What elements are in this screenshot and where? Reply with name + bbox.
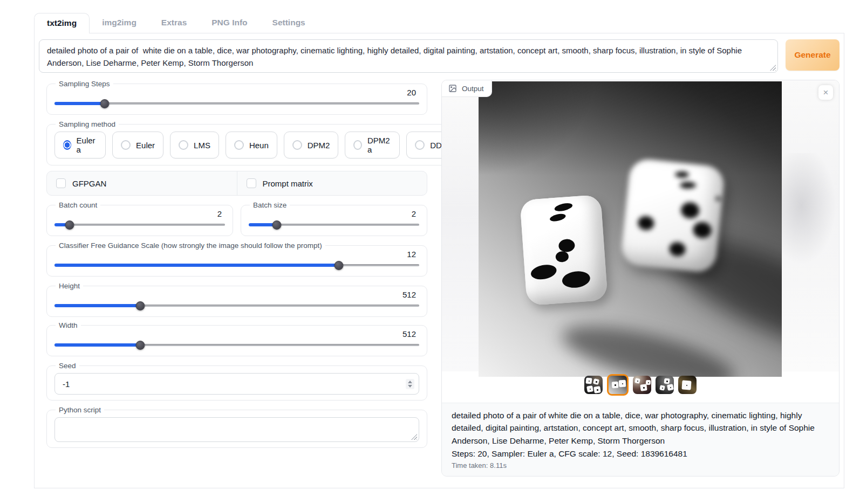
prompt-input[interactable]: detailed photo of a pair of white die on…: [39, 40, 777, 70]
radio-option-label: DPM2 a: [367, 136, 391, 154]
python-script-input[interactable]: [54, 417, 419, 442]
radio-option-label: Heun: [249, 141, 269, 150]
settings-column: Sampling Steps 20 Sampling method Euler …: [46, 80, 427, 477]
gfpgan-checkbox[interactable]: [56, 178, 66, 188]
height-slider[interactable]: [54, 300, 419, 311]
tab-extras[interactable]: Extras: [149, 13, 199, 33]
sampling-steps-label: Sampling Steps: [56, 80, 113, 88]
sampling-steps-group: Sampling Steps 20: [46, 80, 427, 115]
height-value: 512: [54, 290, 419, 299]
prompt-matrix-label: Prompt matrix: [263, 179, 313, 188]
gallery-thumbnail-5[interactable]: [678, 376, 697, 394]
radio-selected-icon[interactable]: [63, 140, 71, 150]
radio-unselected-icon[interactable]: [121, 140, 131, 150]
caption-params-text: Steps: 20, Sampler: Euler a, CFG scale: …: [452, 447, 829, 460]
gallery-thumbnail-4[interactable]: [656, 376, 674, 394]
gfpgan-label: GFPGAN: [72, 179, 106, 188]
radio-option-heun[interactable]: Heun: [226, 132, 277, 158]
radio-unselected-icon[interactable]: [292, 140, 302, 150]
radio-unselected-icon[interactable]: [234, 140, 244, 150]
tab-img2img[interactable]: img2img: [90, 13, 149, 33]
tab-png-info[interactable]: PNG Info: [199, 13, 260, 33]
image-icon: [448, 84, 457, 93]
txt2img-panel: detailed photo of a pair of white die on…: [34, 33, 844, 488]
slider-handle[interactable]: [135, 301, 145, 310]
batch-count-label: Batch count: [56, 201, 100, 209]
cfg-scale-slider[interactable]: [54, 260, 419, 271]
gallery-thumbnail-3[interactable]: [633, 376, 651, 394]
blurred-die: [620, 157, 726, 273]
stepper-down-icon[interactable]: [408, 385, 412, 388]
radio-unselected-icon[interactable]: [179, 140, 188, 150]
slider-track: [54, 224, 225, 226]
close-icon[interactable]: ×: [818, 85, 833, 100]
width-label: Width: [56, 321, 81, 329]
width-group: Width 512: [46, 321, 427, 356]
seed-input-wrap: -1: [54, 373, 419, 395]
radio-option-dpm2[interactable]: DPM2: [284, 132, 339, 158]
radio-option-label: DPM2: [308, 141, 330, 150]
batch-count-slider[interactable]: [54, 219, 225, 230]
radio-option-label: Euler: [136, 141, 155, 150]
gallery-thumbnail-2-selected[interactable]: [607, 374, 629, 396]
options-group: GFPGAN Prompt matrix: [46, 171, 427, 196]
slider-fill: [54, 102, 105, 105]
focused-die: [520, 195, 608, 306]
seed-group: Seed -1: [46, 362, 427, 401]
slider-handle[interactable]: [100, 99, 109, 108]
seed-stepper[interactable]: [406, 379, 414, 389]
slider-fill: [54, 343, 140, 347]
radio-option-euler[interactable]: Euler: [112, 132, 163, 158]
radio-option-label: LMS: [194, 141, 210, 150]
gallery-thumbnail-1[interactable]: [584, 376, 603, 394]
display-right-margin: [781, 80, 839, 371]
radio-unselected-icon[interactable]: [353, 140, 361, 150]
batch-count-group: Batch count 2: [46, 201, 233, 236]
cfg-scale-value: 12: [54, 250, 419, 259]
batch-count-value: 2: [54, 209, 225, 218]
output-image-display: Output ×: [442, 80, 839, 371]
caption-time-taken: Time taken: 8.11s: [452, 461, 829, 470]
output-caption: detailed photo of a pair of white die on…: [442, 403, 839, 476]
radio-option-lms[interactable]: LMS: [170, 132, 219, 158]
batch-size-group: Batch size 2: [241, 201, 427, 236]
output-header-label: Output: [462, 85, 484, 93]
radio-option-label: Euler a: [77, 136, 97, 154]
radio-unselected-icon[interactable]: [415, 140, 425, 150]
slider-handle[interactable]: [335, 261, 344, 270]
sampling-steps-slider[interactable]: [54, 98, 419, 109]
radio-option-euler-a[interactable]: Euler a: [54, 132, 106, 158]
prompt-matrix-checkbox[interactable]: [247, 178, 256, 188]
slider-handle[interactable]: [65, 220, 74, 230]
radio-option-dpm2-a[interactable]: DPM2 a: [345, 132, 400, 158]
stepper-up-icon[interactable]: [408, 381, 412, 383]
batch-size-slider[interactable]: [249, 219, 419, 230]
prompt-matrix-option[interactable]: Prompt matrix: [237, 171, 427, 195]
tab-txt2img[interactable]: txt2img: [34, 13, 90, 33]
slider-fill: [54, 264, 339, 267]
output-column: Output × detailed photo of a pair of whi…: [441, 80, 839, 477]
height-group: Height 512: [46, 282, 427, 317]
tab-bar: txt2img img2img Extras PNG Info Settings: [34, 13, 318, 33]
slider-track: [54, 102, 419, 105]
tab-settings[interactable]: Settings: [260, 13, 318, 33]
cfg-scale-group: Classifier Free Guidance Scale (how stro…: [46, 241, 427, 277]
width-value: 512: [54, 329, 419, 339]
cfg-scale-label: Classifier Free Guidance Scale (how stro…: [56, 241, 325, 250]
gfpgan-option[interactable]: GFPGAN: [47, 171, 237, 195]
prompt-box: detailed photo of a pair of white die on…: [39, 39, 778, 73]
display-left-margin: [442, 80, 479, 371]
batch-size-value: 2: [249, 209, 419, 218]
sampling-steps-value: 20: [54, 88, 419, 97]
output-card: Output × detailed photo of a pair of whi…: [441, 80, 839, 477]
python-script-group: Python script: [46, 406, 427, 448]
slider-handle[interactable]: [135, 341, 145, 350]
caption-prompt-text: detailed photo of a pair of white die on…: [452, 409, 829, 447]
generated-image[interactable]: [479, 81, 782, 377]
batch-size-label: Batch size: [250, 201, 290, 209]
slider-handle[interactable]: [272, 220, 282, 230]
seed-value[interactable]: -1: [63, 379, 70, 389]
generate-button[interactable]: Generate: [786, 39, 839, 71]
app-root: txt2img img2img Extras PNG Info Settings…: [0, 0, 860, 504]
width-slider[interactable]: [54, 340, 419, 350]
